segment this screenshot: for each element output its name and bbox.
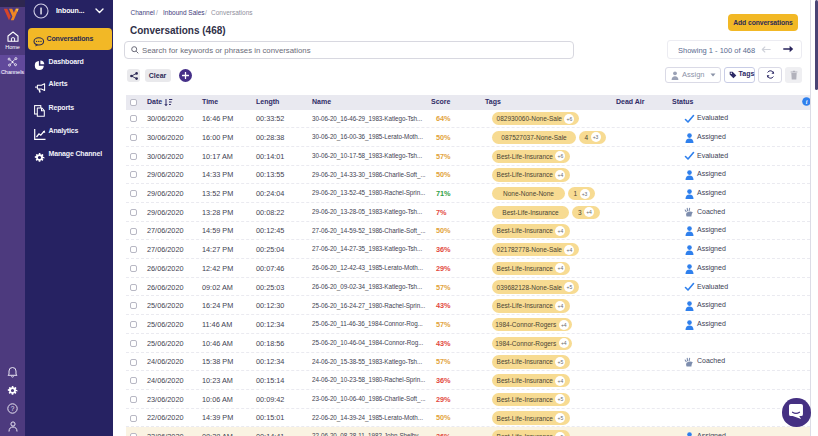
svg-text:?: ? bbox=[11, 405, 15, 412]
